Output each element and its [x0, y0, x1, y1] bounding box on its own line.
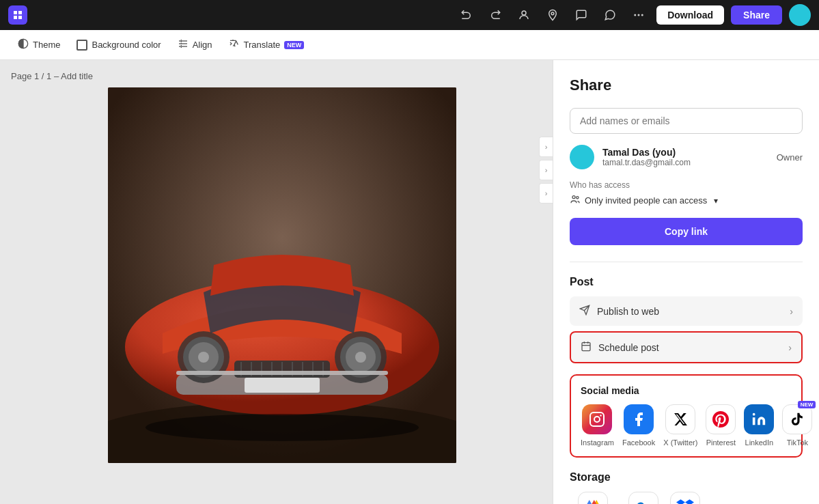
theme-label: Theme: [33, 40, 60, 50]
publish-icon: [579, 305, 590, 318]
storage-section-title: Storage: [570, 471, 803, 484]
storage-section: Storage Google Drive* OneDrive: [570, 471, 803, 504]
schedule-post-label: Schedule post: [598, 342, 659, 353]
access-dropdown-button[interactable]: Only invited people can access ▾: [570, 194, 718, 207]
people-icon: [570, 194, 581, 207]
schedule-chevron-icon: ›: [788, 342, 792, 353]
copy-link-button[interactable]: Copy link: [570, 218, 803, 245]
top-toolbar-right: Download Share: [456, 4, 811, 26]
publish-row-left: Publish to web: [579, 305, 659, 318]
app-logo: [8, 5, 27, 25]
undo-button[interactable]: [456, 4, 477, 26]
publish-web-label: Publish to web: [597, 306, 659, 317]
publish-chevron-icon: ›: [790, 306, 793, 317]
more-options-button[interactable]: [628, 4, 650, 26]
translate-button[interactable]: Translate NEW: [222, 34, 311, 55]
tiktok-new-badge: NEW: [798, 401, 816, 408]
tiktok-label: TikTok: [787, 438, 808, 447]
social-section-title: Social media: [581, 385, 792, 396]
publish-to-web-button[interactable]: Publish to web ›: [570, 296, 803, 326]
svg-rect-43: [590, 412, 604, 426]
svg-point-22: [355, 352, 366, 363]
instagram-label: Instagram: [581, 438, 614, 447]
panel-edge-btn-2[interactable]: ›: [539, 160, 553, 180]
page-label: Page 1 / 1 – Add title: [11, 71, 93, 81]
panel-edge-btn-3[interactable]: ›: [539, 183, 553, 204]
svg-point-35: [572, 196, 575, 199]
social-grid: Instagram Facebook X (Twitter): [581, 404, 792, 447]
panel-edge-btn-1[interactable]: ›: [539, 137, 553, 157]
linkedin-icon: [744, 404, 774, 434]
comment-button[interactable]: [570, 4, 592, 26]
access-section-label: Who has access: [570, 180, 803, 190]
tiktok-icon: NEW: [782, 404, 812, 434]
translate-icon: [229, 38, 240, 51]
top-toolbar-left: [8, 5, 27, 25]
user-row: Tamal Das (you) tamal.tr.das@gmail.com O…: [570, 145, 803, 169]
panel-edge-buttons: › › ›: [539, 137, 553, 204]
share-button[interactable]: Share: [731, 5, 782, 25]
car-svg: [108, 87, 456, 463]
svg-point-34: [145, 414, 419, 441]
user-info: Tamal Das (you) tamal.tr.das@gmail.com: [602, 147, 768, 167]
share-email-input[interactable]: [570, 108, 803, 134]
canvas-area: Page 1 / 1 – Add title: [0, 60, 553, 504]
facebook-icon: [624, 404, 654, 434]
top-toolbar: Download Share: [0, 0, 819, 30]
linkedin-label: LinkedIn: [745, 438, 774, 447]
background-color-button[interactable]: Background color: [70, 36, 167, 55]
svg-point-3: [638, 14, 640, 16]
people-button[interactable]: [513, 4, 535, 26]
instagram-item[interactable]: Instagram: [581, 404, 614, 447]
location-button[interactable]: [542, 4, 564, 26]
divider-1: [570, 262, 803, 262]
align-button[interactable]: Align: [171, 34, 219, 55]
user-name: Tamal Das (you): [602, 147, 768, 158]
dropbox-item[interactable]: Dropbox: [670, 492, 700, 504]
svg-point-44: [594, 417, 600, 422]
svg-rect-39: [582, 343, 590, 351]
owner-label: Owner: [777, 152, 803, 163]
pinterest-item[interactable]: Pinterest: [706, 404, 736, 447]
access-description: Only invited people can access: [585, 195, 707, 206]
translate-label: Translate: [244, 40, 281, 50]
onedrive-icon: [628, 492, 658, 504]
bg-color-label: Background color: [92, 40, 161, 50]
social-media-section: Social media Instagram Facebook: [570, 374, 803, 458]
svg-point-0: [522, 11, 526, 15]
secondary-toolbar: Theme Background color Align Translate N…: [0, 30, 819, 60]
x-twitter-item[interactable]: X (Twitter): [663, 404, 697, 447]
svg-rect-14: [245, 378, 320, 393]
svg-point-2: [634, 14, 636, 16]
svg-point-18: [198, 352, 209, 363]
google-drive-item[interactable]: Google Drive*: [570, 492, 616, 504]
user-email: tamal.tr.das@gmail.com: [602, 158, 768, 167]
download-button[interactable]: Download: [656, 5, 724, 25]
share-panel-title: Share: [570, 76, 803, 94]
google-drive-icon: [578, 492, 608, 504]
x-twitter-label: X (Twitter): [663, 438, 697, 447]
translate-new-badge: NEW: [284, 41, 304, 49]
user-avatar-top[interactable]: [789, 4, 811, 26]
svg-point-4: [641, 14, 643, 16]
tiktok-item[interactable]: NEW TikTok: [782, 404, 812, 447]
schedule-post-button[interactable]: Schedule post ›: [570, 331, 803, 363]
schedule-row-left: Schedule post: [581, 341, 659, 354]
instagram-icon: [582, 404, 612, 434]
pinterest-label: Pinterest: [706, 438, 736, 447]
post-section-title: Post: [570, 276, 803, 288]
svg-point-47: [753, 413, 755, 416]
access-section: Who has access Only invited people can a…: [570, 180, 803, 207]
redo-button[interactable]: [484, 4, 506, 26]
svg-point-36: [577, 197, 579, 199]
facebook-item[interactable]: Facebook: [622, 404, 655, 447]
chat-button[interactable]: [599, 4, 621, 26]
main-area: Page 1 / 1 – Add title: [0, 60, 819, 504]
linkedin-item[interactable]: LinkedIn: [744, 404, 774, 447]
theme-button[interactable]: Theme: [11, 34, 67, 55]
onedrive-item[interactable]: OneDrive: [627, 492, 658, 504]
align-icon: [178, 38, 189, 51]
facebook-label: Facebook: [622, 438, 655, 447]
pinterest-icon: [706, 404, 736, 434]
svg-point-45: [600, 415, 602, 416]
